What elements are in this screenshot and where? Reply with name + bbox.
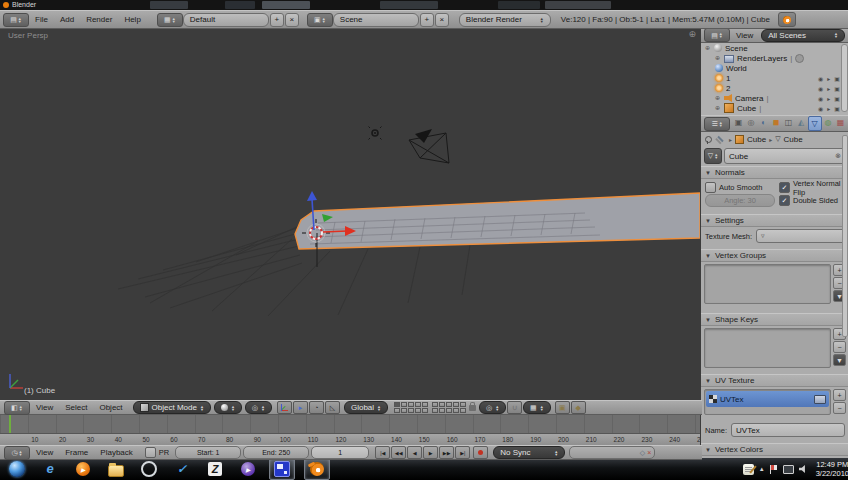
layer-toggle[interactable] (422, 402, 428, 407)
delete-scene-button[interactable] (435, 13, 449, 27)
layer-toggle[interactable] (432, 408, 438, 413)
screen-layout-browse-button[interactable]: ▦ (157, 13, 183, 27)
menu-add[interactable]: Add (60, 15, 74, 24)
manipulator-x-arrow[interactable] (323, 231, 347, 232)
preview-range-checkbox[interactable] (145, 447, 156, 458)
add-layout-button[interactable] (270, 13, 284, 27)
menu-render[interactable]: Render (86, 15, 112, 24)
screen-layout-field[interactable]: Default (183, 13, 269, 27)
section-settings[interactable]: Settings (701, 214, 848, 227)
menu-view[interactable]: View (36, 448, 53, 457)
layer-toggle[interactable] (453, 408, 459, 413)
camera-object[interactable] (409, 129, 449, 163)
auto-smooth-checkbox[interactable] (705, 182, 716, 193)
layer-toggle[interactable] (446, 408, 452, 413)
properties-tab-world[interactable]: ◐ (758, 116, 770, 129)
menu-object[interactable]: Object (99, 403, 122, 412)
outliner-item-renderlayers[interactable]: ⊕RenderLayers| (701, 53, 848, 63)
pivot-point-select[interactable]: ◎ (245, 401, 272, 414)
layer-toggle[interactable] (408, 402, 414, 407)
expander-icon[interactable]: ⊕ (715, 105, 721, 111)
jump-to-end-button[interactable] (455, 446, 470, 459)
current-frame-field[interactable]: 1 (311, 446, 369, 459)
selectability-icon[interactable]: ▸ (827, 95, 830, 102)
properties-tab-object[interactable]: ◼ (770, 116, 782, 129)
expander-icon[interactable]: ⊕ (715, 95, 721, 101)
layer-toggle[interactable] (446, 402, 452, 407)
outliner-item-2[interactable]: 2◉▸▣ (701, 83, 848, 93)
layer-toggle[interactable] (432, 402, 438, 407)
menu-view[interactable]: View (736, 31, 753, 40)
frame-end-field[interactable]: End: 250 (243, 446, 309, 459)
section-vertex-colors[interactable]: Vertex Colors (701, 443, 848, 456)
viewport-shading-select[interactable] (214, 401, 242, 414)
section-normals[interactable]: Normals (701, 166, 848, 179)
selectability-icon[interactable]: ▸ (827, 75, 830, 82)
hp-app[interactable] (137, 459, 161, 479)
volume-icon[interactable] (799, 465, 808, 474)
prev-keyframe-button[interactable] (391, 446, 406, 459)
render-toggle-icon[interactable] (795, 54, 804, 63)
editor-type-button[interactable]: ◷ (4, 446, 30, 460)
region-expand-icon[interactable] (688, 30, 696, 39)
menu-select[interactable]: Select (65, 403, 87, 412)
viewport-3d[interactable]: User Persp (1) Cube (0, 27, 700, 400)
record-button[interactable] (473, 446, 488, 459)
layer-toggle[interactable] (415, 408, 421, 413)
orientation-select[interactable]: Global (344, 401, 388, 414)
clock[interactable]: 12:49 PM 3/22/2010 (816, 460, 848, 478)
blender-app[interactable] (304, 458, 330, 480)
media-player-classic[interactable] (236, 459, 260, 479)
properties-tab-material[interactable]: ◍ (822, 116, 834, 129)
lamp-object[interactable] (369, 127, 382, 140)
next-keyframe-button[interactable] (439, 446, 454, 459)
sync-select[interactable]: No Sync (493, 446, 565, 459)
outliner-item-scene[interactable]: ⊕Scene (701, 43, 848, 53)
active-window-app[interactable] (269, 458, 295, 480)
add-scene-button[interactable] (420, 13, 434, 27)
internet-explorer[interactable] (38, 459, 62, 479)
expander-icon[interactable]: ⊕ (705, 45, 711, 51)
editor-type-button[interactable]: ▤ (704, 28, 730, 42)
breadcrumb-object[interactable]: Cube (747, 135, 766, 144)
menu-frame[interactable]: Frame (65, 448, 88, 457)
remove-uv-texture-button[interactable]: − (833, 402, 846, 414)
snap-target-select[interactable]: ◎ (479, 401, 506, 414)
scene-browse-button[interactable]: ▣ (307, 13, 333, 27)
section-vertex-groups[interactable]: Vertex Groups (701, 249, 848, 262)
menu-help[interactable]: Help (124, 15, 140, 24)
visibility-icon[interactable]: ◉ (818, 95, 823, 102)
properties-scrollbar[interactable] (842, 135, 848, 337)
vertex-groups-list[interactable] (704, 264, 831, 304)
layer-toggle[interactable] (401, 402, 407, 407)
opengl-render-button[interactable]: ▣ (555, 401, 570, 414)
mesh-browse-button[interactable]: ▽ (704, 148, 722, 164)
uv-texture-item[interactable]: UVTex (706, 391, 829, 407)
layer-toggle[interactable] (408, 408, 414, 413)
layer-toggle[interactable] (394, 402, 400, 407)
texture-mesh-field[interactable]: ▿ (756, 229, 845, 243)
manipulator-z-arrowhead[interactable] (307, 191, 317, 201)
shape-keys-list[interactable] (704, 328, 831, 368)
play-reverse-button[interactable] (407, 446, 422, 459)
layer-toggle[interactable] (460, 408, 466, 413)
menu-view[interactable]: View (36, 403, 53, 412)
visibility-icon[interactable]: ◉ (818, 105, 823, 112)
outliner-item-world[interactable]: World (701, 63, 848, 73)
zbrush[interactable] (203, 459, 227, 479)
splash-button[interactable] (778, 12, 796, 27)
translate-manipulator-button[interactable]: ▸ (293, 401, 308, 414)
section-shape-keys[interactable]: Shape Keys (701, 313, 848, 326)
jump-to-start-button[interactable] (375, 446, 390, 459)
notes-tray-icon[interactable] (743, 464, 754, 475)
delete-layout-button[interactable] (285, 13, 299, 27)
shape-key-specials-button[interactable]: ▼ (833, 354, 846, 366)
mesh-name-field[interactable]: Cube (724, 148, 846, 164)
uv-texture-list[interactable]: UVTex (704, 389, 831, 415)
editor-type-button[interactable]: ◧ (4, 401, 30, 415)
check-app[interactable] (170, 459, 194, 479)
remove-shape-key-button[interactable]: − (833, 341, 846, 353)
rotate-manipulator-button[interactable]: ◔ (309, 401, 324, 414)
windows-media-player[interactable] (71, 459, 95, 479)
auto-smooth-angle-slider[interactable]: Angle: 30 (705, 194, 775, 207)
